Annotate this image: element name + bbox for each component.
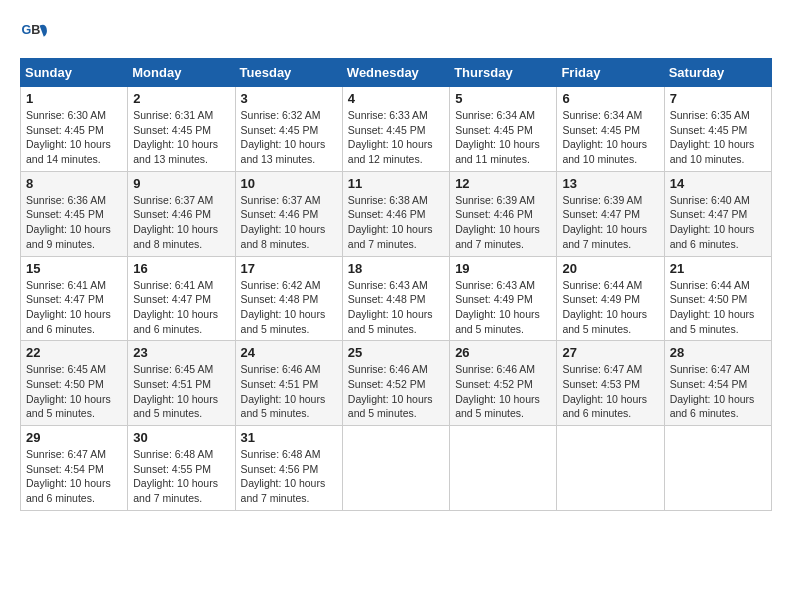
day-info: Sunrise: 6:44 AMSunset: 4:49 PMDaylight:… <box>562 278 658 337</box>
calendar-cell: 4Sunrise: 6:33 AMSunset: 4:45 PMDaylight… <box>342 87 449 172</box>
calendar-week-5: 29Sunrise: 6:47 AMSunset: 4:54 PMDayligh… <box>21 426 772 511</box>
calendar-cell: 6Sunrise: 6:34 AMSunset: 4:45 PMDaylight… <box>557 87 664 172</box>
day-number: 30 <box>133 430 229 445</box>
calendar: SundayMondayTuesdayWednesdayThursdayFrid… <box>20 58 772 511</box>
logo: G B <box>20 20 52 48</box>
day-info: Sunrise: 6:43 AMSunset: 4:48 PMDaylight:… <box>348 278 444 337</box>
calendar-cell: 15Sunrise: 6:41 AMSunset: 4:47 PMDayligh… <box>21 256 128 341</box>
calendar-cell: 1Sunrise: 6:30 AMSunset: 4:45 PMDaylight… <box>21 87 128 172</box>
day-number: 17 <box>241 261 337 276</box>
calendar-cell: 5Sunrise: 6:34 AMSunset: 4:45 PMDaylight… <box>450 87 557 172</box>
day-info: Sunrise: 6:40 AMSunset: 4:47 PMDaylight:… <box>670 193 766 252</box>
calendar-cell <box>664 426 771 511</box>
day-number: 18 <box>348 261 444 276</box>
day-number: 20 <box>562 261 658 276</box>
calendar-cell: 17Sunrise: 6:42 AMSunset: 4:48 PMDayligh… <box>235 256 342 341</box>
day-info: Sunrise: 6:37 AMSunset: 4:46 PMDaylight:… <box>133 193 229 252</box>
day-number: 29 <box>26 430 122 445</box>
calendar-cell <box>450 426 557 511</box>
day-info: Sunrise: 6:45 AMSunset: 4:51 PMDaylight:… <box>133 362 229 421</box>
day-number: 14 <box>670 176 766 191</box>
calendar-cell <box>342 426 449 511</box>
day-number: 5 <box>455 91 551 106</box>
header-day-friday: Friday <box>557 59 664 87</box>
header-day-wednesday: Wednesday <box>342 59 449 87</box>
calendar-cell: 20Sunrise: 6:44 AMSunset: 4:49 PMDayligh… <box>557 256 664 341</box>
svg-text:G: G <box>21 23 31 37</box>
calendar-cell: 27Sunrise: 6:47 AMSunset: 4:53 PMDayligh… <box>557 341 664 426</box>
calendar-cell: 29Sunrise: 6:47 AMSunset: 4:54 PMDayligh… <box>21 426 128 511</box>
calendar-cell: 23Sunrise: 6:45 AMSunset: 4:51 PMDayligh… <box>128 341 235 426</box>
day-info: Sunrise: 6:45 AMSunset: 4:50 PMDaylight:… <box>26 362 122 421</box>
day-info: Sunrise: 6:36 AMSunset: 4:45 PMDaylight:… <box>26 193 122 252</box>
calendar-cell: 2Sunrise: 6:31 AMSunset: 4:45 PMDaylight… <box>128 87 235 172</box>
day-info: Sunrise: 6:48 AMSunset: 4:55 PMDaylight:… <box>133 447 229 506</box>
svg-text:B: B <box>31 23 40 37</box>
calendar-cell: 18Sunrise: 6:43 AMSunset: 4:48 PMDayligh… <box>342 256 449 341</box>
day-info: Sunrise: 6:35 AMSunset: 4:45 PMDaylight:… <box>670 108 766 167</box>
day-info: Sunrise: 6:39 AMSunset: 4:47 PMDaylight:… <box>562 193 658 252</box>
calendar-header-row: SundayMondayTuesdayWednesdayThursdayFrid… <box>21 59 772 87</box>
day-number: 25 <box>348 345 444 360</box>
calendar-cell: 31Sunrise: 6:48 AMSunset: 4:56 PMDayligh… <box>235 426 342 511</box>
day-info: Sunrise: 6:31 AMSunset: 4:45 PMDaylight:… <box>133 108 229 167</box>
day-number: 16 <box>133 261 229 276</box>
day-info: Sunrise: 6:43 AMSunset: 4:49 PMDaylight:… <box>455 278 551 337</box>
day-info: Sunrise: 6:37 AMSunset: 4:46 PMDaylight:… <box>241 193 337 252</box>
calendar-cell: 10Sunrise: 6:37 AMSunset: 4:46 PMDayligh… <box>235 171 342 256</box>
day-info: Sunrise: 6:46 AMSunset: 4:52 PMDaylight:… <box>348 362 444 421</box>
day-info: Sunrise: 6:47 AMSunset: 4:54 PMDaylight:… <box>670 362 766 421</box>
calendar-cell: 24Sunrise: 6:46 AMSunset: 4:51 PMDayligh… <box>235 341 342 426</box>
day-number: 26 <box>455 345 551 360</box>
day-number: 10 <box>241 176 337 191</box>
calendar-week-3: 15Sunrise: 6:41 AMSunset: 4:47 PMDayligh… <box>21 256 772 341</box>
calendar-cell: 25Sunrise: 6:46 AMSunset: 4:52 PMDayligh… <box>342 341 449 426</box>
calendar-cell: 30Sunrise: 6:48 AMSunset: 4:55 PMDayligh… <box>128 426 235 511</box>
calendar-cell: 16Sunrise: 6:41 AMSunset: 4:47 PMDayligh… <box>128 256 235 341</box>
day-number: 1 <box>26 91 122 106</box>
day-info: Sunrise: 6:34 AMSunset: 4:45 PMDaylight:… <box>455 108 551 167</box>
day-info: Sunrise: 6:46 AMSunset: 4:51 PMDaylight:… <box>241 362 337 421</box>
calendar-cell: 8Sunrise: 6:36 AMSunset: 4:45 PMDaylight… <box>21 171 128 256</box>
day-info: Sunrise: 6:38 AMSunset: 4:46 PMDaylight:… <box>348 193 444 252</box>
day-info: Sunrise: 6:44 AMSunset: 4:50 PMDaylight:… <box>670 278 766 337</box>
day-info: Sunrise: 6:47 AMSunset: 4:54 PMDaylight:… <box>26 447 122 506</box>
calendar-cell: 11Sunrise: 6:38 AMSunset: 4:46 PMDayligh… <box>342 171 449 256</box>
header-day-monday: Monday <box>128 59 235 87</box>
day-info: Sunrise: 6:32 AMSunset: 4:45 PMDaylight:… <box>241 108 337 167</box>
calendar-cell: 12Sunrise: 6:39 AMSunset: 4:46 PMDayligh… <box>450 171 557 256</box>
day-info: Sunrise: 6:34 AMSunset: 4:45 PMDaylight:… <box>562 108 658 167</box>
day-info: Sunrise: 6:39 AMSunset: 4:46 PMDaylight:… <box>455 193 551 252</box>
day-number: 8 <box>26 176 122 191</box>
day-number: 21 <box>670 261 766 276</box>
calendar-week-4: 22Sunrise: 6:45 AMSunset: 4:50 PMDayligh… <box>21 341 772 426</box>
day-number: 3 <box>241 91 337 106</box>
header-day-saturday: Saturday <box>664 59 771 87</box>
day-info: Sunrise: 6:47 AMSunset: 4:53 PMDaylight:… <box>562 362 658 421</box>
logo-icon: G B <box>20 20 48 48</box>
calendar-cell: 21Sunrise: 6:44 AMSunset: 4:50 PMDayligh… <box>664 256 771 341</box>
calendar-week-1: 1Sunrise: 6:30 AMSunset: 4:45 PMDaylight… <box>21 87 772 172</box>
calendar-cell: 14Sunrise: 6:40 AMSunset: 4:47 PMDayligh… <box>664 171 771 256</box>
day-number: 31 <box>241 430 337 445</box>
calendar-cell: 13Sunrise: 6:39 AMSunset: 4:47 PMDayligh… <box>557 171 664 256</box>
day-number: 13 <box>562 176 658 191</box>
header-day-sunday: Sunday <box>21 59 128 87</box>
day-number: 27 <box>562 345 658 360</box>
day-number: 28 <box>670 345 766 360</box>
calendar-cell: 7Sunrise: 6:35 AMSunset: 4:45 PMDaylight… <box>664 87 771 172</box>
day-number: 24 <box>241 345 337 360</box>
day-info: Sunrise: 6:46 AMSunset: 4:52 PMDaylight:… <box>455 362 551 421</box>
day-number: 12 <box>455 176 551 191</box>
calendar-cell <box>557 426 664 511</box>
day-number: 2 <box>133 91 229 106</box>
day-number: 9 <box>133 176 229 191</box>
day-info: Sunrise: 6:30 AMSunset: 4:45 PMDaylight:… <box>26 108 122 167</box>
header-day-tuesday: Tuesday <box>235 59 342 87</box>
calendar-week-2: 8Sunrise: 6:36 AMSunset: 4:45 PMDaylight… <box>21 171 772 256</box>
day-number: 22 <box>26 345 122 360</box>
calendar-cell: 28Sunrise: 6:47 AMSunset: 4:54 PMDayligh… <box>664 341 771 426</box>
day-number: 19 <box>455 261 551 276</box>
day-info: Sunrise: 6:42 AMSunset: 4:48 PMDaylight:… <box>241 278 337 337</box>
day-number: 11 <box>348 176 444 191</box>
